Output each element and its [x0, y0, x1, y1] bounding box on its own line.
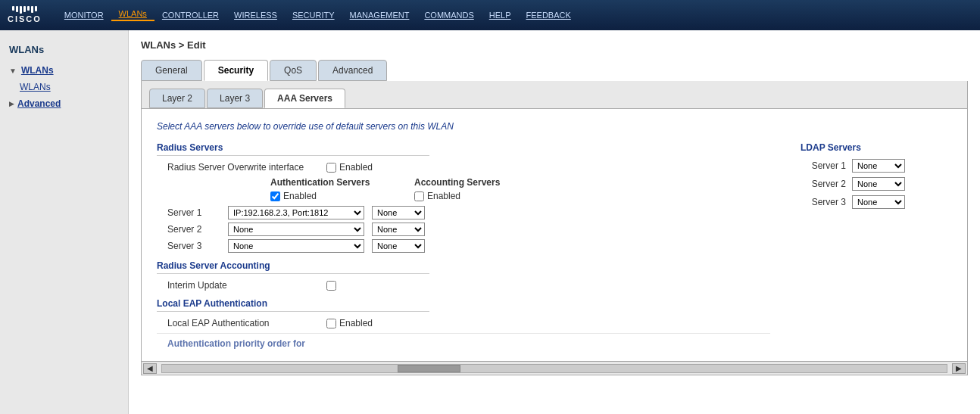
sidebar-title: WLANs	[0, 38, 128, 61]
tab-advanced[interactable]: Advanced	[318, 60, 387, 81]
server-row-2: Server 2 None None	[157, 223, 770, 236]
tab-qos[interactable]: QoS	[270, 60, 317, 81]
local-eap-row: Local EAP Authentication Enabled	[157, 318, 770, 328]
cisco-logo: CISCO	[8, 6, 42, 24]
main-layout: WLANs ▼ WLANs WLANs ▶ Advanced WLANs > E…	[0, 30, 980, 414]
interim-update-row: Interim Update	[157, 280, 770, 291]
interim-update-label: Interim Update	[167, 280, 326, 291]
server3-auth-select[interactable]: None	[228, 239, 364, 253]
server-row-1: Server 1 IP:192.168.2.3, Port:1812 None …	[157, 206, 770, 219]
ldap-section-header: LDAP Servers	[801, 142, 952, 153]
server-row-3: Server 3 None None	[157, 239, 770, 253]
scroll-right-btn[interactable]: ▶	[952, 363, 966, 374]
sidebar-sub-wlans[interactable]: WLANs	[0, 79, 128, 95]
local-eap-checkbox-label[interactable]: Enabled	[326, 318, 373, 328]
acct-col-header: Accounting Servers	[414, 177, 500, 188]
nav-monitor[interactable]: MONITOR	[57, 11, 111, 20]
acct-enabled-text: Enabled	[427, 191, 460, 201]
acct-enabled-label[interactable]: Enabled	[414, 191, 490, 201]
radius-accounting-header: Radius Server Accounting	[157, 260, 429, 274]
ldap-server2-select[interactable]: None	[852, 177, 905, 191]
acct-enabled-checkbox[interactable]	[414, 191, 424, 201]
server2-acct-select[interactable]: None	[372, 223, 425, 236]
ldap-server2-row: Server 2 None	[801, 177, 952, 191]
auth-enabled-label[interactable]: Enabled	[270, 191, 414, 201]
top-navigation: CISCO MONITOR WLANs CONTROLLER WIRELESS …	[0, 0, 980, 30]
overwrite-checkbox-label[interactable]: Enabled	[326, 162, 373, 173]
nav-security[interactable]: SECURITY	[285, 11, 342, 20]
local-eap-text: Enabled	[339, 318, 373, 328]
overwrite-text: Enabled	[339, 162, 373, 173]
tab-general[interactable]: General	[141, 60, 202, 81]
inner-tab-layer2[interactable]: Layer 2	[149, 89, 205, 108]
inner-tab-layer3[interactable]: Layer 3	[207, 89, 263, 108]
server3-name: Server 3	[167, 241, 228, 251]
overwrite-label: Radius Server Overwrite interface	[167, 162, 326, 173]
sidebar-item-advanced[interactable]: ▶ Advanced	[0, 95, 128, 113]
overwrite-row: Radius Server Overwrite interface Enable…	[157, 162, 770, 173]
sidebar-arrow-advanced: ▶	[9, 100, 14, 107]
scroll-track[interactable]	[161, 364, 947, 373]
local-eap-checkbox[interactable]	[326, 319, 336, 328]
nav-wireless[interactable]: WIRELESS	[226, 11, 285, 20]
two-column-layout: Radius Servers Radius Server Overwrite i…	[157, 142, 952, 349]
local-eap-label: Local EAP Authentication	[167, 318, 326, 328]
ldap-server1-label: Server 1	[801, 160, 846, 171]
nav-help[interactable]: HELP	[482, 11, 519, 20]
ldap-server3-select[interactable]: None	[852, 195, 905, 209]
auth-enabled-cell: Enabled	[270, 191, 414, 201]
server1-name: Server 1	[167, 207, 228, 218]
breadcrumb: WLANs > Edit	[141, 39, 968, 51]
scroll-thumb[interactable]	[398, 365, 460, 372]
radius-section-header: Radius Servers	[157, 142, 429, 156]
interim-update-checkbox[interactable]	[326, 281, 336, 291]
ldap-server1-select[interactable]: None	[852, 159, 905, 173]
ldap-server1-row: Server 1 None	[801, 159, 952, 173]
auth-priority-partial: Authentication priority order for	[157, 333, 770, 349]
nav-wlans[interactable]: WLANs	[111, 9, 154, 21]
ldap-server3-row: Server 3 None	[801, 195, 952, 209]
server2-name: Server 2	[167, 224, 228, 235]
sidebar-wlans-label: WLANs	[21, 65, 54, 76]
acct-enabled-cell: Enabled	[414, 191, 490, 201]
nav-feedback[interactable]: FEEDBACK	[519, 11, 579, 20]
aaa-content: Select AAA servers below to override use…	[142, 109, 967, 361]
nav-management[interactable]: MANAGEMENT	[342, 11, 417, 20]
sidebar-item-wlans[interactable]: ▼ WLANs	[0, 61, 128, 79]
auth-col-header: Authentication Servers	[270, 177, 414, 188]
radius-accounting-section: Radius Server Accounting Interim Update	[157, 260, 770, 291]
aaa-description: Select AAA servers below to override use…	[157, 121, 952, 132]
local-eap-header: Local EAP Authentication	[157, 298, 429, 312]
tab-security[interactable]: Security	[204, 60, 268, 81]
server1-acct-select[interactable]: None	[372, 206, 425, 219]
sidebar-arrow-wlans: ▼	[9, 67, 17, 75]
server3-acct-select[interactable]: None	[372, 239, 425, 253]
inner-tab-bar: Layer 2 Layer 3 AAA Servers	[142, 81, 967, 109]
sidebar-advanced-label: Advanced	[17, 98, 61, 109]
enabled-row: Enabled Enabled	[167, 191, 770, 201]
local-eap-section: Local EAP Authentication Local EAP Authe…	[157, 298, 770, 328]
overwrite-checkbox[interactable]	[326, 163, 336, 173]
main-content: WLANs > Edit General Security QoS Advanc…	[129, 30, 980, 414]
server1-auth-select[interactable]: IP:192.168.2.3, Port:1812 None	[228, 206, 364, 219]
sidebar: WLANs ▼ WLANs WLANs ▶ Advanced	[0, 30, 129, 414]
server2-auth-select[interactable]: None	[228, 223, 364, 236]
ldap-server3-label: Server 3	[801, 197, 846, 207]
auth-enabled-checkbox[interactable]	[270, 191, 280, 201]
horizontal-scrollbar[interactable]: ◀ ▶	[142, 361, 967, 375]
auth-enabled-text: Enabled	[283, 191, 317, 201]
outer-tab-bar: General Security QoS Advanced	[141, 60, 968, 81]
server-col-headers: Authentication Servers Accounting Server…	[167, 177, 770, 188]
tab-content: Layer 2 Layer 3 AAA Servers Select AAA s…	[141, 81, 968, 375]
ldap-server2-label: Server 2	[801, 179, 846, 189]
nav-commands[interactable]: COMMANDS	[417, 11, 481, 20]
scroll-left-btn[interactable]: ◀	[143, 363, 157, 374]
nav-controller[interactable]: CONTROLLER	[154, 11, 226, 20]
right-column: LDAP Servers Server 1 None Server 2 None	[801, 142, 952, 349]
inner-tab-aaa[interactable]: AAA Servers	[264, 89, 345, 108]
left-column: Radius Servers Radius Server Overwrite i…	[157, 142, 770, 349]
